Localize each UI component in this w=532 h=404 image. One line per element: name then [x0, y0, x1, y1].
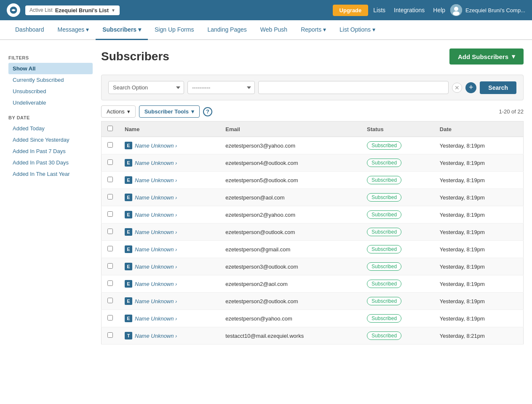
table-row: E Name Unknown › ezetestperson@gmail.com…	[102, 241, 524, 258]
row-email-cell: ezetestperson@gmail.com	[219, 241, 361, 258]
filters-section-title: FILTERS	[8, 55, 93, 60]
chevron-down-icon: ▾	[127, 108, 130, 115]
nav-messages[interactable]: Messages ▾	[51, 20, 96, 40]
sidebar-item-added-past-30-days[interactable]: Added In Past 30 Days	[8, 157, 93, 168]
email-type-icon: E	[125, 245, 132, 253]
sidebar-item-currently-subscribed[interactable]: Currently Subscribed	[8, 74, 93, 86]
subscriber-name-link[interactable]: Name Unknown ›	[135, 246, 177, 253]
email-type-icon: E	[125, 176, 132, 184]
col-status: Status	[361, 121, 434, 137]
row-date-cell: Yesterday, 8:19pm	[434, 258, 524, 275]
actions-button[interactable]: Actions ▾	[101, 105, 136, 118]
search-clear-button[interactable]: ✕	[452, 83, 462, 93]
subscriber-tools-button[interactable]: Subscriber Tools ▾	[139, 105, 200, 118]
subscriber-name-link[interactable]: Name Unknown ›	[135, 315, 177, 322]
row-date-cell: Yesterday, 8:19pm	[434, 241, 524, 258]
row-status-cell: Subscribed	[361, 241, 434, 258]
row-email-cell: ezetestperson@outlook.com	[219, 224, 361, 241]
nav-landing-pages[interactable]: Landing Pages	[201, 20, 253, 40]
status-badge: Subscribed	[367, 141, 401, 150]
subscriber-name-link[interactable]: Name Unknown ›	[135, 194, 177, 201]
subscriber-name-link[interactable]: Name Unknown ›	[135, 212, 177, 218]
upgrade-button[interactable]: Upgrade	[333, 5, 369, 16]
email-type-icon: E	[125, 315, 132, 322]
sidebar-item-undeliverable[interactable]: Undeliverable	[8, 97, 93, 108]
subscriber-name-link[interactable]: Name Unknown ›	[135, 177, 177, 183]
pagination-info: 1-20 of 22	[499, 108, 524, 115]
row-checkbox[interactable]	[107, 263, 113, 269]
nav-dashboard[interactable]: Dashboard	[8, 20, 51, 40]
subscriber-name-link[interactable]: Name Unknown ›	[135, 333, 177, 339]
row-checkbox[interactable]	[107, 280, 113, 286]
table-row: E Name Unknown › ezetestperson@yahoo.com…	[102, 310, 524, 327]
search-text-input[interactable]	[258, 81, 449, 94]
status-badge: Subscribed	[367, 245, 401, 253]
row-checkbox[interactable]	[107, 246, 113, 251]
row-checkbox[interactable]	[107, 142, 113, 148]
nav-web-push[interactable]: Web Push	[254, 20, 294, 40]
row-checkbox[interactable]	[107, 211, 113, 217]
subscriber-name-link[interactable]: Name Unknown ›	[135, 229, 177, 235]
secondary-nav: Dashboard Messages ▾ Subscribers ▾ Sign …	[0, 20, 532, 40]
email-type-icon: E	[125, 297, 132, 305]
add-subscribers-button[interactable]: Add Subscribers ▾	[449, 48, 524, 65]
search-option-select[interactable]: Search Option	[108, 81, 184, 94]
close-icon: ✕	[454, 84, 460, 91]
sidebar-item-unsubscribed[interactable]: Unsubscribed	[8, 86, 93, 97]
row-status-cell: Subscribed	[361, 293, 434, 310]
row-checkbox-cell	[102, 258, 119, 275]
nav-reports[interactable]: Reports ▾	[294, 20, 333, 40]
sidebar-item-added-today[interactable]: Added Today	[8, 123, 93, 134]
row-checkbox[interactable]	[107, 159, 113, 165]
row-checkbox[interactable]	[107, 229, 113, 234]
page-header: Subscribers Add Subscribers ▾	[101, 48, 524, 65]
status-badge: Subscribed	[367, 159, 401, 167]
col-email: Email	[219, 121, 361, 137]
subscriber-name-link[interactable]: Name Unknown ›	[135, 160, 177, 166]
subscriber-name-link[interactable]: Name Unknown ›	[135, 143, 177, 149]
search-dropdown[interactable]: ----------	[187, 81, 255, 94]
row-checkbox[interactable]	[107, 315, 113, 321]
subscriber-name-link[interactable]: Name Unknown ›	[135, 298, 177, 304]
row-checkbox[interactable]	[107, 194, 113, 199]
active-list-name: Ezequiel Bruni's List	[55, 7, 109, 13]
email-type-icon: T	[125, 332, 132, 339]
table-row: E Name Unknown › ezetestperson4@outlook.…	[102, 154, 524, 172]
nav-list-options[interactable]: List Options ▾	[333, 20, 382, 40]
sidebar-item-show-all[interactable]: Show All	[8, 63, 93, 74]
table-row: E Name Unknown › ezetestperson5@outlook.…	[102, 172, 524, 189]
active-list-selector[interactable]: Active List Ezequiel Bruni's List ▼	[25, 5, 120, 15]
user-menu[interactable]: Ezequiel Bruni's Comp...	[450, 4, 525, 16]
subscriber-name-link[interactable]: Name Unknown ›	[135, 264, 177, 270]
page-container: FILTERS Show All Currently Subscribed Un…	[0, 40, 532, 353]
sidebar-item-added-past-7-days[interactable]: Added In Past 7 Days	[8, 145, 93, 157]
row-checkbox-cell	[102, 275, 119, 293]
sidebar-item-added-since-yesterday[interactable]: Added Since Yesterday	[8, 134, 93, 145]
row-date-cell: Yesterday, 8:19pm	[434, 154, 524, 172]
row-name-cell: E Name Unknown ›	[119, 206, 219, 224]
sidebar-item-added-last-year[interactable]: Added In The Last Year	[8, 168, 93, 180]
help-circle-button[interactable]: ?	[203, 107, 212, 116]
subscriber-name-link[interactable]: Name Unknown ›	[135, 281, 177, 287]
integrations-link[interactable]: Integrations	[394, 7, 425, 13]
row-email-cell: ezetestperson5@outlook.com	[219, 172, 361, 189]
search-button[interactable]: Search	[480, 81, 516, 94]
nav-signup-forms[interactable]: Sign Up Forms	[148, 20, 201, 40]
search-add-button[interactable]: +	[465, 82, 476, 93]
top-bar: Active List Ezequiel Bruni's List ▼ Upgr…	[0, 0, 532, 20]
row-email-cell: ezetestperson2@outlook.com	[219, 293, 361, 310]
nav-subscribers[interactable]: Subscribers ▾	[96, 20, 148, 40]
email-type-icon: E	[125, 228, 132, 236]
table-row: T Name Unknown › testacct10@mail.ezequie…	[102, 327, 524, 345]
row-checkbox[interactable]	[107, 332, 113, 338]
row-checkbox[interactable]	[107, 177, 113, 182]
select-all-checkbox[interactable]	[107, 126, 113, 131]
row-checkbox[interactable]	[107, 298, 113, 303]
status-badge: Subscribed	[367, 210, 401, 219]
select-all-col	[102, 121, 119, 137]
status-badge: Subscribed	[367, 331, 401, 340]
help-link[interactable]: Help	[433, 7, 445, 13]
email-type-icon: E	[125, 263, 132, 270]
lists-link[interactable]: Lists	[373, 7, 385, 13]
table-row: E Name Unknown › ezetestperson3@yahoo.co…	[102, 137, 524, 154]
